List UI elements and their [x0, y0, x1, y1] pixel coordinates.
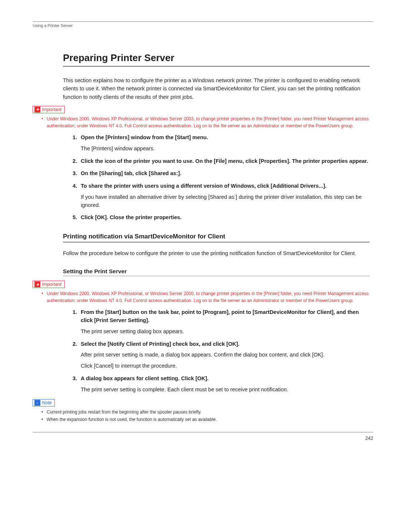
- step-item: Select the [Notify Client of Printing] c…: [73, 340, 370, 370]
- note-item: When the expansion function is not used,…: [41, 416, 370, 423]
- page-number: 242: [365, 435, 373, 441]
- intro-paragraph: This section explains how to configure t…: [63, 76, 370, 101]
- star-icon: ★: [34, 107, 40, 113]
- important-callout-2: ★ Important Under Windows 2000, Windows …: [33, 281, 370, 304]
- step-item: To share the printer with users using a …: [73, 182, 370, 209]
- important-label: ★ Important: [33, 281, 65, 288]
- note-item: Current printing jobs restart from the b…: [41, 409, 370, 416]
- important-label-text: Important: [42, 107, 61, 112]
- important-list-1: Under Windows 2000, Windows XP Professio…: [33, 116, 370, 129]
- note-list-1: Current printing jobs restart from the b…: [33, 409, 370, 423]
- top-rule: [33, 21, 373, 22]
- step-body: After print server setting is made, a di…: [81, 351, 370, 359]
- step-title: Click the icon of the printer you want t…: [81, 157, 370, 165]
- step-body: Click [Cancel] to interrupt the procedur…: [81, 362, 370, 370]
- step-item: Open the [Printers] window from the [Sta…: [73, 134, 370, 153]
- page-footer: 242: [33, 432, 373, 441]
- section-heading: Printing notification via SmartDeviceMon…: [63, 233, 370, 242]
- step-title: From the [Start] button on the task bar,…: [81, 308, 370, 325]
- content-area: Preparing Printer Server This section ex…: [63, 30, 370, 423]
- step-body: The [Printers] window appears.: [81, 145, 370, 153]
- arrow-down-icon: ↓: [34, 400, 40, 406]
- step-title: Open the [Printers] window from the [Sta…: [81, 134, 370, 142]
- steps-list-2: From the [Start] button on the task bar,…: [63, 308, 370, 394]
- step-item: Click the icon of the printer you want t…: [73, 157, 370, 165]
- step-item: On the [Sharing] tab, click [Shared as:]…: [73, 170, 370, 178]
- step-title: A dialog box appears for client setting.…: [81, 375, 370, 383]
- step-body: The print server setting dialog box appe…: [81, 328, 370, 336]
- page: Using a Printer Server Preparing Printer…: [0, 0, 400, 456]
- important-label: ★ Important: [33, 106, 65, 113]
- step-body: The print server setting is complete. Ea…: [81, 386, 370, 394]
- important-item: Under Windows 2000, Windows XP Professio…: [41, 290, 370, 304]
- running-head: Using a Printer Server: [33, 23, 373, 30]
- steps-list-1: Open the [Printers] window from the [Sta…: [63, 134, 370, 222]
- note-label-text: Note: [42, 400, 51, 405]
- step-title: Click [OK]. Close the printer properties…: [81, 214, 370, 222]
- star-icon: ★: [34, 281, 40, 287]
- important-label-text: Important: [42, 282, 61, 287]
- note-label: ↓ Note: [33, 399, 55, 406]
- subsection-heading: Setting the Print Server: [63, 268, 370, 276]
- step-item: Click [OK]. Close the printer properties…: [73, 214, 370, 222]
- important-item: Under Windows 2000, Windows XP Professio…: [41, 116, 370, 129]
- page-title: Preparing Printer Server: [63, 52, 370, 67]
- step-title: To share the printer with users using a …: [81, 182, 370, 190]
- step-body: If you have installed an alternative dri…: [81, 193, 370, 210]
- step-title: On the [Sharing] tab, click [Shared as:]…: [81, 170, 370, 178]
- step-title: Select the [Notify Client of Printing] c…: [81, 340, 370, 348]
- step-item: A dialog box appears for client setting.…: [73, 375, 370, 394]
- section-body: Follow the procedure below to configure …: [63, 249, 370, 257]
- important-callout-1: ★ Important Under Windows 2000, Windows …: [33, 106, 370, 129]
- note-callout-1: ↓ Note Current printing jobs restart fro…: [33, 399, 370, 423]
- important-list-2: Under Windows 2000, Windows XP Professio…: [33, 290, 370, 304]
- step-item: From the [Start] button on the task bar,…: [73, 308, 370, 335]
